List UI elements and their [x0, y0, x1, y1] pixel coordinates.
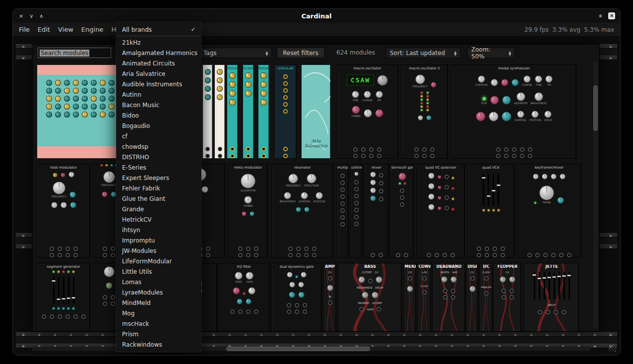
knob-dial[interactable]: [73, 104, 79, 110]
knob[interactable]: [229, 72, 236, 79]
port-jack[interactable]: [246, 147, 251, 151]
brand-menu-item[interactable]: chowdsp: [117, 141, 200, 152]
knob[interactable]: [362, 292, 369, 299]
port-jack[interactable]: [400, 195, 404, 200]
knob-dial[interactable]: [73, 112, 79, 118]
knob-dial[interactable]: [73, 80, 79, 86]
knob-dial[interactable]: [438, 175, 442, 179]
port-jack[interactable]: [512, 147, 516, 152]
port-jack[interactable]: [205, 147, 210, 151]
knob-dial[interactable]: [327, 285, 333, 291]
knob-dial[interactable]: [441, 276, 447, 283]
port-jack[interactable]: [379, 181, 383, 185]
port-jack[interactable]: [528, 154, 532, 158]
knob-dial[interactable]: [46, 96, 52, 102]
knob-dial[interactable]: [241, 174, 255, 188]
port-jack[interactable]: [443, 295, 447, 300]
module-conv[interactable]: CONV+5V0-10V: [418, 263, 431, 332]
knob-dial[interactable]: [245, 81, 252, 88]
port-jack[interactable]: [369, 154, 374, 158]
port-jack[interactable]: [296, 253, 301, 257]
port-jack[interactable]: [361, 154, 366, 158]
port-jack[interactable]: [246, 154, 251, 158]
port-jack[interactable]: [354, 180, 359, 184]
menubar-item-edit[interactable]: Edit: [38, 26, 50, 33]
brand-menu-item[interactable]: Impromptu: [117, 235, 200, 245]
slider[interactable]: [564, 272, 565, 300]
knob-dial[interactable]: [64, 96, 70, 102]
knob-dial[interactable]: [217, 69, 223, 75]
knob-dial[interactable]: [426, 115, 432, 121]
knob-dial[interactable]: [438, 185, 442, 189]
knob[interactable]: [64, 104, 70, 110]
port-jack[interactable]: [287, 303, 291, 307]
port-jack[interactable]: [520, 147, 524, 152]
knob-dial[interactable]: [534, 92, 543, 101]
port-jack[interactable]: [218, 154, 222, 158]
brand-menu-item[interactable]: JW-Modules: [117, 245, 200, 256]
module-flopper[interactable]: FLOPPERCV: [494, 263, 521, 332]
port-jack[interactable]: [230, 147, 235, 151]
port-jack[interactable]: [340, 181, 345, 185]
module-segment-generator[interactable]: segment generator: [37, 263, 90, 332]
knob-dial[interactable]: [476, 112, 486, 121]
port-jack[interactable]: [559, 253, 564, 257]
knob[interactable]: [82, 96, 88, 102]
knob[interactable]: [372, 292, 379, 299]
knob[interactable]: [418, 115, 423, 121]
knob[interactable]: [245, 81, 252, 88]
knob-dial[interactable]: [364, 109, 372, 118]
knob-dial[interactable]: [100, 88, 106, 94]
knob-dial[interactable]: [55, 80, 61, 86]
knob[interactable]: [217, 77, 223, 83]
knob-dial[interactable]: [229, 90, 236, 97]
knob-dial[interactable]: [91, 104, 97, 110]
knob-dial[interactable]: [304, 207, 310, 212]
port-jack[interactable]: [470, 276, 475, 281]
brand-menu-item[interactable]: Animated Circuits: [117, 58, 200, 68]
knob-dial[interactable]: [438, 206, 442, 210]
port-jack[interactable]: [246, 309, 251, 314]
knob-dial[interactable]: [82, 88, 88, 94]
port-jack[interactable]: [283, 81, 288, 86]
knob-dial[interactable]: [91, 112, 97, 118]
module-macro-oscillator-2[interactable]: macro oscillator 2FREQUENCY: [401, 64, 448, 159]
slider-handle[interactable]: [57, 298, 61, 301]
port-jack[interactable]: [379, 197, 383, 201]
port-jack[interactable]: [340, 174, 345, 178]
port-jack[interactable]: [444, 206, 449, 210]
knob-dial[interactable]: [398, 173, 406, 181]
knob-dial[interactable]: [545, 75, 553, 83]
knob-dial[interactable]: [296, 207, 301, 212]
knob-dial[interactable]: [307, 174, 316, 183]
port-jack[interactable]: [111, 253, 115, 257]
slider[interactable]: [549, 272, 550, 300]
knob-dial[interactable]: [64, 80, 70, 86]
port-jack[interactable]: [414, 154, 419, 158]
vertical-scrollbar[interactable]: [593, 61, 598, 328]
port-jack[interactable]: [485, 253, 489, 257]
knob[interactable]: [55, 112, 61, 118]
port-jack[interactable]: [340, 208, 345, 213]
module-pokies[interactable]: Pokies: [227, 64, 238, 159]
knob[interactable]: [376, 276, 382, 283]
knob[interactable]: [428, 183, 435, 189]
port-jack[interactable]: [400, 188, 404, 193]
knob[interactable]: [100, 96, 106, 102]
port-jack[interactable]: [477, 253, 481, 257]
port-jack[interactable]: [340, 187, 345, 192]
port-jack[interactable]: [354, 215, 359, 219]
knob[interactable]: [217, 86, 223, 92]
knob[interactable]: [304, 207, 310, 212]
knob[interactable]: [102, 191, 108, 197]
knob[interactable]: [73, 88, 79, 94]
menubar-item-engine[interactable]: Engine: [81, 26, 104, 33]
knob[interactable]: [100, 112, 106, 118]
module-undular[interactable]: UnDuLaR: [274, 64, 297, 159]
port-jack[interactable]: [504, 154, 508, 158]
port-jack[interactable]: [422, 147, 427, 152]
knob[interactable]: [431, 82, 437, 88]
port-jack[interactable]: [450, 253, 455, 257]
knob-dial[interactable]: [544, 111, 552, 118]
knob[interactable]: FREQUENCY: [286, 174, 301, 187]
